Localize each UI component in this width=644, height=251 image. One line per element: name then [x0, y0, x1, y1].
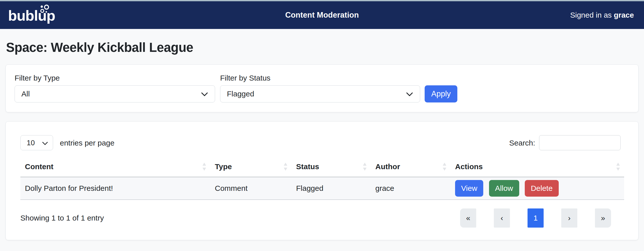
sort-icon: [442, 162, 447, 171]
column-header-label: Actions: [455, 162, 483, 171]
chevron-down-icon: [42, 139, 48, 147]
column-header-content[interactable]: Content: [20, 156, 210, 177]
apply-button[interactable]: Apply: [425, 85, 457, 102]
cell-status: Flagged: [292, 177, 371, 200]
pagination-page-1-button[interactable]: 1: [528, 208, 544, 228]
cell-type: Comment: [210, 177, 292, 200]
signed-in-status: Signed in as grace: [570, 11, 634, 19]
column-header-label: Status: [296, 162, 319, 171]
table-header-row: Content Type Status Author Actions: [20, 156, 624, 177]
allow-button[interactable]: Allow: [489, 180, 519, 197]
pagination: « ‹ 1 › »: [460, 208, 611, 228]
search-input[interactable]: [539, 135, 621, 150]
space-title: Space: Weekly Kickball League: [6, 40, 644, 55]
pagination-last-button[interactable]: »: [595, 208, 611, 228]
cell-content: Dolly Parton for President!: [20, 177, 210, 200]
column-header-label: Type: [215, 162, 232, 171]
column-header-type[interactable]: Type: [210, 156, 292, 177]
bublup-logo[interactable]: bublup: [8, 8, 55, 23]
table-summary: Showing 1 to 1 of 1 entry: [20, 214, 104, 222]
page-size-selected-value: 10: [27, 139, 35, 147]
column-header-author[interactable]: Author: [371, 156, 451, 177]
filter-status-selected-value: Flagged: [227, 90, 254, 98]
page-header-title: Content Moderation: [285, 11, 359, 20]
signed-in-username: grace: [614, 11, 634, 19]
column-header-label: Content: [25, 162, 53, 171]
table-row: Dolly Parton for President! Comment Flag…: [20, 177, 624, 200]
pagination-first-button[interactable]: «: [460, 208, 476, 228]
page-size-select[interactable]: 10: [20, 135, 53, 150]
filter-status-label: Filter by Status: [220, 74, 270, 82]
filter-type-select[interactable]: All: [15, 85, 215, 102]
sort-icon: [616, 162, 621, 171]
sort-icon: [202, 162, 207, 171]
chevron-down-icon: [201, 90, 208, 98]
chevron-down-icon: [406, 90, 413, 98]
search-label: Search:: [509, 139, 535, 147]
sort-icon: [283, 162, 288, 171]
moderation-table-panel: 10 entries per page Search: Content Type…: [6, 121, 638, 240]
filter-type-label: Filter by Type: [15, 74, 60, 82]
column-header-label: Author: [375, 162, 400, 171]
delete-button[interactable]: Delete: [525, 180, 559, 197]
page-size-suffix-label: entries per page: [60, 139, 114, 147]
sort-icon: [362, 162, 367, 171]
signed-in-prefix: Signed in as: [570, 11, 614, 19]
cell-author: grace: [371, 177, 451, 200]
filter-type-selected-value: All: [21, 90, 30, 98]
filter-status-select[interactable]: Flagged: [220, 85, 420, 102]
moderation-table: Content Type Status Author Actions: [20, 156, 624, 200]
view-button[interactable]: View: [455, 180, 483, 197]
pagination-prev-button[interactable]: ‹: [494, 208, 510, 228]
pagination-next-button[interactable]: ›: [561, 208, 577, 228]
column-header-status[interactable]: Status: [292, 156, 371, 177]
column-header-actions[interactable]: Actions: [451, 156, 624, 177]
cell-actions: View Allow Delete: [451, 177, 624, 200]
bubbles-icon: [39, 2, 52, 16]
filter-panel: Filter by Type All Filter by Status Flag…: [6, 64, 638, 112]
app-header: bublup Content Moderation Signed in as g…: [0, 1, 644, 29]
